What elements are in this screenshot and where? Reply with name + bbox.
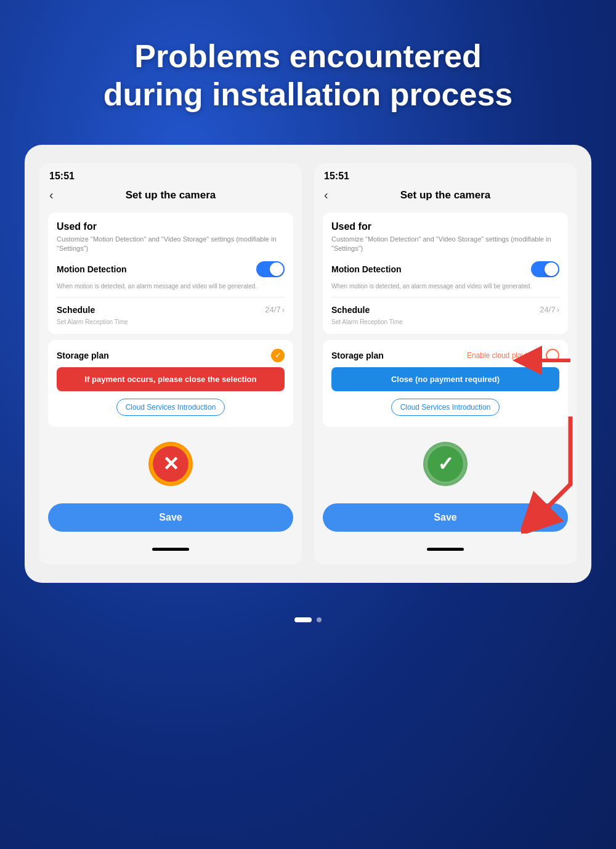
right-schedule-label: Schedule xyxy=(331,305,370,315)
right-screen-body: Used for Customize "Motion Detection" an… xyxy=(314,206,577,564)
right-enable-cloud-label: Enable cloud playback xyxy=(467,351,541,360)
left-motion-detection-toggle[interactable] xyxy=(256,261,285,277)
page-title: Problems encountered during installation… xyxy=(67,0,550,145)
right-storage-label: Storage plan xyxy=(331,351,384,360)
left-x-icon-outer: ✕ xyxy=(148,442,193,486)
right-check-icon-outer: ✓ xyxy=(423,442,468,486)
left-alert-button: If payment occurs, please close the sele… xyxy=(57,367,285,391)
left-used-for-subtitle: Customize "Motion Detection" and "Video … xyxy=(57,235,285,254)
left-toggle-knob xyxy=(270,262,283,276)
right-used-for-subtitle: Customize "Motion Detection" and "Video … xyxy=(331,235,559,254)
main-card: 15:51 ‹ Set up the camera Used for Custo… xyxy=(25,145,591,583)
left-status-bar: 15:51 xyxy=(39,163,302,184)
left-cloud-intro-button[interactable]: Cloud Services Introduction xyxy=(116,399,225,416)
inactive-dot xyxy=(317,617,322,622)
left-icon-section: ✕ xyxy=(48,433,293,491)
left-motion-detection-row: Motion Detection xyxy=(57,261,285,277)
left-phone-screen: 15:51 ‹ Set up the camera Used for Custo… xyxy=(39,163,302,564)
left-storage-card: Storage plan ✓ If payment occurs, please… xyxy=(48,340,293,427)
right-nav-bar: ‹ Set up the camera xyxy=(314,184,577,206)
left-schedule-row[interactable]: Schedule 24/7 › xyxy=(57,301,285,319)
left-nav-bar: ‹ Set up the camera xyxy=(39,184,302,206)
right-close-button[interactable]: Close (no payment required) xyxy=(331,367,559,391)
right-motion-detection-desc: When motion is detected, an alarm messag… xyxy=(331,282,559,291)
left-storage-label: Storage plan xyxy=(57,351,109,360)
active-dot xyxy=(294,617,312,622)
right-screen-wrapper: 15:51 ‹ Set up the camera Used for Custo… xyxy=(314,163,577,564)
left-home-indicator xyxy=(152,548,189,551)
right-chevron-right-icon: › xyxy=(557,305,559,314)
left-screen-body: Used for Customize "Motion Detection" an… xyxy=(39,206,302,564)
left-schedule-sub: Set Alarm Reception Time xyxy=(57,319,285,325)
left-save-button[interactable]: Save xyxy=(48,503,293,532)
right-nav-title: Set up the camera xyxy=(400,189,490,201)
right-schedule-value: 24/7 › xyxy=(540,305,559,314)
right-back-button[interactable]: ‹ xyxy=(324,188,328,202)
left-x-mark-icon: ✕ xyxy=(163,452,179,476)
left-storage-check-icon: ✓ xyxy=(271,349,285,362)
left-motion-detection-label: Motion Detection xyxy=(57,264,127,274)
right-motion-detection-label: Motion Detection xyxy=(331,264,402,274)
left-schedule-label: Schedule xyxy=(57,305,95,315)
right-icon-section: ✓ xyxy=(323,433,568,491)
right-phone-screen: 15:51 ‹ Set up the camera Used for Custo… xyxy=(314,163,577,564)
right-used-for-card: Used for Customize "Motion Detection" an… xyxy=(323,213,568,334)
left-x-icon-inner: ✕ xyxy=(153,446,188,482)
right-save-button[interactable]: Save xyxy=(323,503,568,532)
left-used-for-title: Used for xyxy=(57,221,285,232)
right-schedule-row[interactable]: Schedule 24/7 › xyxy=(331,301,559,319)
bottom-navigation xyxy=(294,607,322,637)
right-home-indicator xyxy=(427,548,464,551)
right-storage-card: Storage plan Enable cloud playback Close… xyxy=(323,340,568,427)
right-cloud-intro-button[interactable]: Cloud Services Introduction xyxy=(391,399,500,416)
right-toggle-knob xyxy=(545,262,558,276)
right-divider-1 xyxy=(331,297,559,298)
right-motion-detection-toggle[interactable] xyxy=(531,261,559,277)
right-motion-detection-row: Motion Detection xyxy=(331,261,559,277)
left-divider-1 xyxy=(57,297,285,298)
right-storage-row: Storage plan Enable cloud playback xyxy=(331,349,559,362)
left-used-for-card: Used for Customize "Motion Detection" an… xyxy=(48,213,293,334)
left-back-button[interactable]: ‹ xyxy=(49,188,54,202)
right-status-bar: 15:51 xyxy=(314,163,577,184)
left-chevron-right-icon: › xyxy=(282,305,285,314)
left-schedule-value: 24/7 › xyxy=(265,305,285,314)
right-checkmark-icon: ✓ xyxy=(437,452,454,476)
right-storage-circle[interactable] xyxy=(546,349,559,362)
left-nav-title: Set up the camera xyxy=(126,189,216,201)
right-used-for-title: Used for xyxy=(331,221,559,232)
left-motion-detection-desc: When motion is detected, an alarm messag… xyxy=(57,282,285,291)
left-storage-row: Storage plan ✓ xyxy=(57,349,285,362)
right-schedule-sub: Set Alarm Reception Time xyxy=(331,319,559,325)
right-check-icon-inner: ✓ xyxy=(428,446,463,482)
